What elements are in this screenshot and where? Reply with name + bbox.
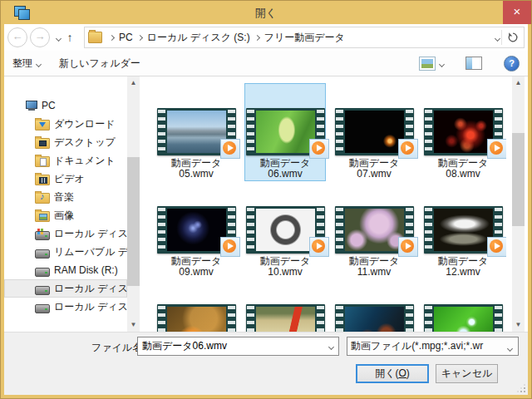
change-view-button[interactable] [419, 57, 436, 71]
sidebar-item-pictures[interactable]: 画像 [4, 206, 127, 224]
play-overlay-icon [487, 237, 507, 257]
folder-music-icon [35, 193, 50, 204]
resize-grip[interactable] [517, 384, 525, 392]
organize-label: 整理 [12, 57, 32, 71]
scroll-down-icon[interactable]: ▼ [512, 318, 525, 332]
file-name-line: 動画データ [438, 255, 489, 267]
up-icon: ↑ [67, 31, 73, 44]
file-name-line: 動画データ [349, 157, 400, 169]
sidebar-item-downloads[interactable]: ダウンロード [4, 115, 127, 133]
file-name-line: 11.wmv [357, 266, 391, 278]
video-thumbnail [246, 206, 325, 254]
sidebar-item-pc[interactable]: PC [4, 96, 127, 115]
folder-documents-icon [35, 156, 50, 167]
video-thumbnail [335, 304, 414, 332]
close-button[interactable]: × [503, 1, 531, 24]
chevron-right-icon[interactable] [254, 34, 260, 40]
play-overlay-icon [309, 237, 329, 257]
file-name-line: 動画データ [260, 157, 311, 169]
sidebar-item-ram-disk[interactable]: RAM Disk (R:) [4, 261, 127, 279]
sidebar-scrollbar[interactable]: ▲ ▼ [127, 76, 140, 332]
folder-videos-icon [35, 175, 50, 185]
dialog-title: 開く [1, 6, 531, 21]
sidebar-item-videos[interactable]: ビデオ [4, 170, 127, 188]
toolbar: 整理 新しいフォルダー ? [4, 51, 528, 76]
refresh-icon [507, 32, 519, 43]
forward-icon: → [35, 30, 46, 42]
sidebar-item-music[interactable]: 音楽 [4, 188, 127, 206]
file-item[interactable]: 動画データ11.wmv [333, 181, 415, 279]
file-item[interactable]: 動画データ08.wmv [422, 83, 504, 181]
titlebar[interactable]: 開く × [1, 1, 531, 24]
new-folder-label: 新しいフォルダー [59, 57, 140, 71]
play-overlay-icon [398, 237, 418, 257]
open-dialog-window: 開く × ← → ↑ PC ローカル ディスク (S:) フリー動画データ [0, 0, 532, 399]
video-thumbnail [424, 304, 503, 332]
refresh-button[interactable] [504, 29, 522, 46]
play-overlay-icon [220, 139, 240, 159]
file-item[interactable]: 動画データ09.wmv [155, 181, 237, 279]
footer: ファイル名(N): 動画ファイル(*.mpg;*.avi;*.wr 開く(O) … [4, 332, 528, 395]
address-dropdown-icon[interactable] [495, 35, 500, 41]
file-item[interactable] [422, 279, 504, 332]
up-button[interactable]: ↑ [61, 28, 79, 47]
sidebar-item-local-disk-c[interactable]: ローカル ディスク (C [4, 224, 127, 243]
open-button[interactable]: 開く(O) [356, 364, 429, 383]
file-item[interactable]: 動画データ12.wmv [422, 181, 504, 279]
file-name-line: 動画データ [438, 157, 489, 169]
chevron-down-icon [36, 61, 42, 66]
file-list-scrollbar[interactable]: ▲ ▼ [512, 76, 525, 332]
breadcrumb-item-drive[interactable]: ローカル ディスク (S:) [147, 31, 250, 45]
organize-menu-button[interactable]: 整理 [12, 57, 41, 71]
breadcrumb-item-folder[interactable]: フリー動画データ [264, 31, 345, 45]
preview-pane-button[interactable] [466, 57, 482, 70]
file-item[interactable]: 動画データ05.wmv [155, 83, 237, 181]
file-name-line: 動画データ [260, 255, 311, 267]
new-folder-button[interactable]: 新しいフォルダー [59, 57, 140, 71]
file-name-line: 07.wmv [357, 168, 391, 180]
video-thumbnail [157, 108, 236, 155]
views-dropdown-icon[interactable] [439, 61, 445, 66]
cancel-button[interactable]: キャンセル [436, 364, 498, 383]
filetype-dropdown-icon [507, 346, 513, 352]
scroll-up-icon[interactable]: ▲ [512, 76, 525, 90]
breadcrumb[interactable]: PC ローカル ディスク (S:) フリー動画データ [84, 27, 525, 48]
sidebar-item-removable-disk[interactable]: リムーバブル ディス [4, 243, 127, 261]
sidebar-item-local-disk-s[interactable]: ローカル ディスク (S [4, 279, 127, 298]
file-name-line: 動画データ [349, 255, 400, 267]
play-overlay-icon [309, 139, 329, 159]
scroll-down-icon[interactable]: ▼ [127, 318, 140, 332]
file-item[interactable] [333, 279, 415, 332]
filename-input[interactable] [137, 337, 339, 356]
file-name-line: 09.wmv [179, 266, 213, 278]
back-button[interactable]: ← [7, 27, 27, 47]
file-list: 動画データ05.wmv 動画データ06.wmv 動画データ07.wmv 動画デー… [150, 76, 506, 332]
file-item[interactable]: 動画データ07.wmv [333, 83, 415, 181]
scrollbar-thumb[interactable] [127, 157, 140, 286]
forward-button[interactable]: → [30, 27, 50, 47]
disk-icon [35, 286, 50, 295]
video-thumbnail [424, 206, 503, 254]
filetype-select[interactable]: 動画ファイル(*.mpg;*.avi;*.wr [347, 337, 519, 356]
scroll-up-icon[interactable]: ▲ [127, 76, 140, 90]
help-button[interactable]: ? [504, 56, 520, 71]
video-thumbnail [335, 108, 414, 155]
file-name-line: 08.wmv [446, 168, 480, 180]
file-item-selected[interactable]: 動画データ06.wmv [244, 83, 326, 181]
folder-icon [88, 32, 102, 43]
chevron-right-icon[interactable] [137, 34, 143, 40]
chevron-right-icon[interactable] [109, 34, 115, 40]
file-item[interactable] [155, 279, 237, 332]
close-icon: × [514, 4, 521, 18]
file-item[interactable] [244, 279, 326, 332]
sidebar-item-local-disk[interactable]: ローカル ディスク ( [4, 298, 127, 316]
folder-pictures-icon [35, 211, 50, 222]
breadcrumb-item-pc[interactable]: PC [119, 32, 133, 43]
file-item[interactable]: 動画データ10.wmv [244, 181, 326, 279]
scrollbar-thumb[interactable] [512, 133, 525, 226]
sidebar-item-documents[interactable]: ドキュメント [4, 151, 127, 170]
play-overlay-icon [487, 139, 507, 159]
dialog-body: ← → ↑ PC ローカル ディスク (S:) フリー動画データ [4, 24, 528, 395]
disk-icon [35, 249, 50, 259]
sidebar-item-desktop[interactable]: デスクトップ [4, 133, 127, 151]
